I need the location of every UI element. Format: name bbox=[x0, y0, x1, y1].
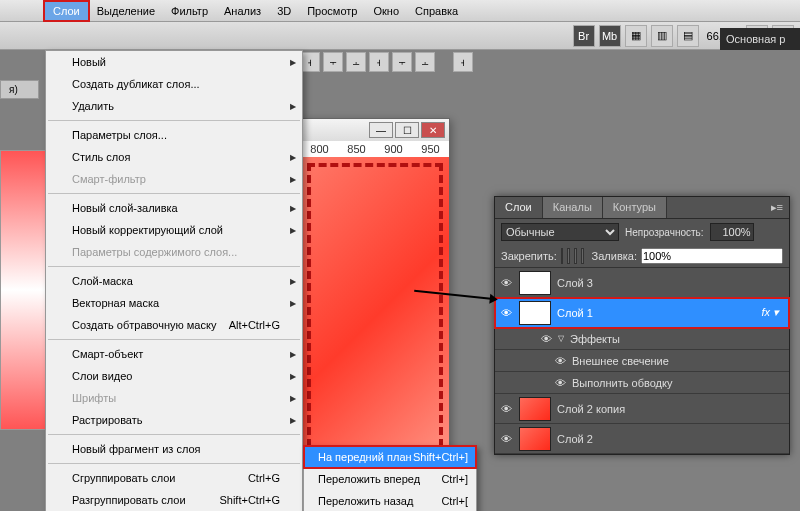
menu-item[interactable]: Векторная маска bbox=[46, 292, 302, 314]
layer-name: Слой 2 копия bbox=[557, 403, 625, 415]
menu-item[interactable]: Новый слой-заливка bbox=[46, 197, 302, 219]
menu-item[interactable]: Параметры слоя... bbox=[46, 124, 302, 146]
layer-thumbnail[interactable] bbox=[519, 397, 551, 421]
menu-item[interactable]: Создать дубликат слоя... bbox=[46, 73, 302, 95]
panel-menu-icon[interactable]: ▸≡ bbox=[765, 197, 789, 218]
effects-group[interactable]: 👁▽ Эффекты bbox=[495, 328, 789, 350]
menu-item[interactable]: Новый корректирующий слой bbox=[46, 219, 302, 241]
visibility-icon[interactable]: 👁 bbox=[499, 306, 513, 320]
submenu-item[interactable]: Переложить назадCtrl+[ bbox=[304, 490, 476, 511]
align-icon[interactable]: ⫞ bbox=[369, 52, 389, 72]
effect-item[interactable]: 👁Внешнее свечение bbox=[495, 350, 789, 372]
layer-thumbnail[interactable] bbox=[519, 301, 551, 325]
menu-item: Параметры содержимого слоя... bbox=[46, 241, 302, 263]
tab-layers[interactable]: Слои bbox=[495, 197, 543, 218]
layer-name: Слой 2 bbox=[557, 433, 593, 445]
align-icon[interactable]: ⫞ bbox=[300, 52, 320, 72]
menu-item[interactable]: Слой-маска bbox=[46, 270, 302, 292]
fill-label: Заливка: bbox=[592, 250, 637, 262]
document-window: — ☐ ✕ 800850900950 bbox=[300, 118, 450, 478]
menu-analysis[interactable]: Анализ bbox=[216, 2, 269, 20]
visibility-icon[interactable]: 👁 bbox=[555, 355, 566, 367]
menu-filter[interactable]: Фильтр bbox=[163, 2, 216, 20]
screen-mode-icon[interactable]: ▦ bbox=[625, 25, 647, 47]
horizontal-ruler: 800850900950 bbox=[301, 141, 449, 157]
canvas[interactable] bbox=[301, 157, 449, 477]
menu-item[interactable]: Новый bbox=[46, 51, 302, 73]
canvas-preview bbox=[0, 150, 46, 430]
layer-list: 👁Слой 3👁Слой 1fx ▾👁▽ Эффекты👁Внешнее све… bbox=[495, 268, 789, 454]
submenu-item[interactable]: Переложить впередCtrl+] bbox=[304, 468, 476, 490]
menu-item: Смарт-фильтр bbox=[46, 168, 302, 190]
arrange-icon[interactable]: ▥ bbox=[651, 25, 673, 47]
minibridge-button[interactable]: Mb bbox=[599, 25, 621, 47]
lock-brush-icon[interactable] bbox=[567, 248, 570, 264]
menu-help[interactable]: Справка bbox=[407, 2, 466, 20]
layer-row[interactable]: 👁Слой 2 bbox=[495, 424, 789, 454]
fill-input[interactable] bbox=[641, 248, 783, 264]
menu-item[interactable]: Удалить bbox=[46, 95, 302, 117]
menu-window[interactable]: Окно bbox=[365, 2, 407, 20]
layer-name: Слой 3 bbox=[557, 277, 593, 289]
lock-all-icon[interactable] bbox=[581, 248, 584, 264]
submenu-item[interactable]: На передний планShift+Ctrl+] bbox=[304, 446, 476, 468]
align-toolbar: ⫞ ⫟ ⫠ ⫞ ⫟ ⫠ ⫞ bbox=[300, 50, 473, 74]
opacity-label: Непрозрачность: bbox=[625, 227, 704, 238]
visibility-icon[interactable]: 👁 bbox=[499, 402, 513, 416]
visibility-icon[interactable]: 👁 bbox=[541, 333, 552, 345]
align-icon[interactable]: ⫟ bbox=[323, 52, 343, 72]
visibility-icon[interactable]: 👁 bbox=[499, 276, 513, 290]
lock-label: Закрепить: bbox=[501, 250, 557, 262]
bridge-button[interactable]: Br bbox=[573, 25, 595, 47]
layer-row[interactable]: 👁Слой 1fx ▾ bbox=[495, 298, 789, 328]
minimize-button[interactable]: — bbox=[369, 122, 393, 138]
menu-selection[interactable]: Выделение bbox=[89, 2, 163, 20]
menu-view[interactable]: Просмотр bbox=[299, 2, 365, 20]
effect-item[interactable]: 👁Выполнить обводку bbox=[495, 372, 789, 394]
menu-item: Шрифты bbox=[46, 387, 302, 409]
lock-transparent-icon[interactable] bbox=[561, 248, 564, 264]
arrange-submenu: На передний планShift+Ctrl+]Переложить в… bbox=[303, 445, 477, 511]
fx-badge[interactable]: fx ▾ bbox=[761, 306, 785, 319]
opacity-input[interactable] bbox=[710, 223, 754, 241]
blend-mode-select[interactable]: Обычные bbox=[501, 223, 619, 241]
close-button[interactable]: ✕ bbox=[421, 122, 445, 138]
menu-item[interactable]: Растрировать bbox=[46, 409, 302, 431]
layer-row[interactable]: 👁Слой 3 bbox=[495, 268, 789, 298]
tab-channels[interactable]: Каналы bbox=[543, 197, 603, 218]
maximize-button[interactable]: ☐ bbox=[395, 122, 419, 138]
tab-paths[interactable]: Контуры bbox=[603, 197, 667, 218]
visibility-icon[interactable]: 👁 bbox=[499, 432, 513, 446]
menu-item[interactable]: Смарт-объект bbox=[46, 343, 302, 365]
align-icon[interactable]: ⫠ bbox=[346, 52, 366, 72]
menu-item[interactable]: Разгруппировать слоиShift+Ctrl+G bbox=[46, 489, 302, 511]
menu-item[interactable]: Слои видео bbox=[46, 365, 302, 387]
window-titlebar: — ☐ ✕ bbox=[301, 119, 449, 141]
layer-row[interactable]: 👁Слой 2 копия bbox=[495, 394, 789, 424]
menu-bar: Слои Выделение Фильтр Анализ 3D Просмотр… bbox=[0, 0, 800, 22]
options-bar: Br Mb ▦ ▥ ▤ 66,7▾ ▦ ▦ bbox=[0, 22, 800, 50]
distribute-icon[interactable]: ⫞ bbox=[453, 52, 473, 72]
align-icon[interactable]: ⫟ bbox=[392, 52, 412, 72]
arrange2-icon[interactable]: ▤ bbox=[677, 25, 699, 47]
align-icon[interactable]: ⫠ bbox=[415, 52, 435, 72]
layer-name: Слой 1 bbox=[557, 307, 593, 319]
layer-thumbnail[interactable] bbox=[519, 271, 551, 295]
menu-item[interactable]: Сгруппировать слоиCtrl+G bbox=[46, 467, 302, 489]
menu-item[interactable]: Стиль слоя bbox=[46, 146, 302, 168]
layers-panel: Слои Каналы Контуры ▸≡ Обычные Непрозрач… bbox=[494, 196, 790, 455]
menu-item[interactable]: Создать обтравочную маскуAlt+Ctrl+G bbox=[46, 314, 302, 336]
menu-item[interactable]: Новый фрагмент из слоя bbox=[46, 438, 302, 460]
lock-move-icon[interactable] bbox=[574, 248, 577, 264]
workspace-switcher[interactable]: Основная р bbox=[720, 28, 800, 50]
layers-menu-dropdown: НовыйСоздать дубликат слоя...УдалитьПара… bbox=[45, 50, 303, 511]
layer-thumbnail[interactable] bbox=[519, 427, 551, 451]
menu-layers[interactable]: Слои bbox=[44, 1, 89, 21]
panel-tabs: Слои Каналы Контуры ▸≡ bbox=[495, 197, 789, 219]
visibility-icon[interactable]: 👁 bbox=[555, 377, 566, 389]
document-tab[interactable]: я) bbox=[0, 80, 39, 99]
menu-3d[interactable]: 3D bbox=[269, 2, 299, 20]
